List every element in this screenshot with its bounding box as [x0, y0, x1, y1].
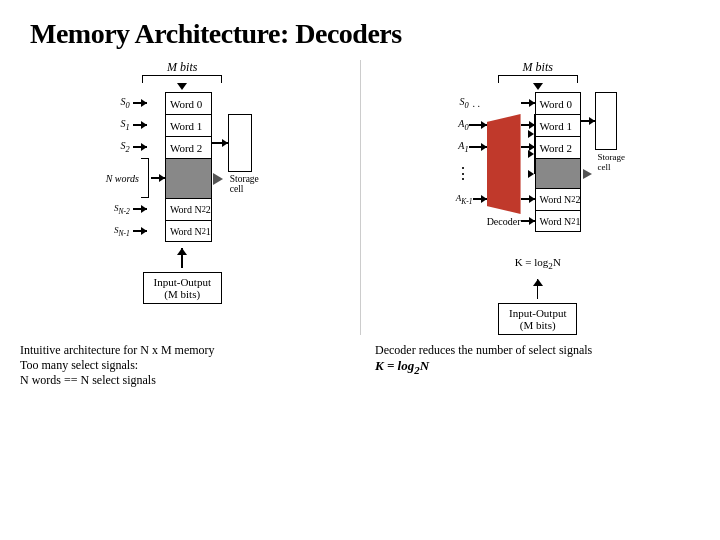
- signal-sn1: SN-1: [106, 220, 165, 242]
- page-title: Memory Architecture: Decoders: [0, 0, 720, 60]
- word-highlight: [166, 158, 211, 198]
- right-bottom: Input-Output(M bits): [498, 279, 577, 335]
- k-eq-label: K = log2N: [515, 256, 561, 271]
- storage-arrow-word0: [212, 142, 228, 144]
- right-word-n2-2: Word N2 2: [536, 188, 581, 210]
- signal-s1: S1: [106, 114, 165, 136]
- diagram-divider: [360, 60, 361, 335]
- decoder-label: Decoder: [487, 216, 521, 227]
- right-signal-a0: A0: [451, 114, 487, 136]
- right-storage-cell-label: Storagecell: [597, 152, 625, 172]
- left-m-bits-label: M bits: [167, 60, 197, 75]
- right-signal-a1: A1: [451, 136, 487, 158]
- decoder-container: Decoder: [487, 92, 521, 227]
- right-word-n2-1: Word N2 1: [536, 210, 581, 232]
- signal-s0: S0: [106, 92, 165, 114]
- right-signal-ak1: AK-1: [451, 188, 487, 210]
- word-1: Word 1: [166, 114, 211, 136]
- right-word-0: Word 0: [536, 92, 581, 114]
- signal-s2: S2: [106, 136, 165, 158]
- right-signal-s0: S0 . .: [451, 92, 487, 114]
- left-bottom: Input-Output(M bits): [143, 248, 222, 304]
- right-m-bits-label: M bits: [523, 60, 553, 75]
- signal-sn2: SN-2: [106, 198, 165, 220]
- right-storage-arrow: [581, 120, 595, 122]
- storage-cell-box-left: [228, 114, 252, 172]
- right-word-highlight: [536, 158, 581, 188]
- storage-cell-label-left: Storagecell: [230, 174, 259, 194]
- word-n2-2: Word N2 2: [166, 198, 211, 220]
- right-diagram: M bits S0 . . A0: [366, 60, 711, 335]
- word-n2-1: Word N2 1: [166, 220, 211, 242]
- right-dots-middle: ⋮: [451, 158, 487, 188]
- right-word-2: Word 2: [536, 136, 581, 158]
- right-word-1: Word 1: [536, 114, 581, 136]
- decoder-block: [487, 114, 521, 214]
- word-2: Word 2: [166, 136, 211, 158]
- left-diagram: M bits S0 S1 S: [10, 60, 355, 335]
- right-io-box: Input-Output(M bits): [498, 303, 577, 335]
- bottom-descriptions: Intuitive architecture for N x M memory …: [0, 343, 720, 388]
- left-io-box: Input-Output(M bits): [143, 272, 222, 304]
- right-description: Decoder reduces the number of select sig…: [345, 343, 700, 388]
- left-description: Intuitive architecture for N x M memory …: [20, 343, 345, 388]
- right-storage-cell-box: [595, 92, 617, 150]
- word-0: Word 0: [166, 92, 211, 114]
